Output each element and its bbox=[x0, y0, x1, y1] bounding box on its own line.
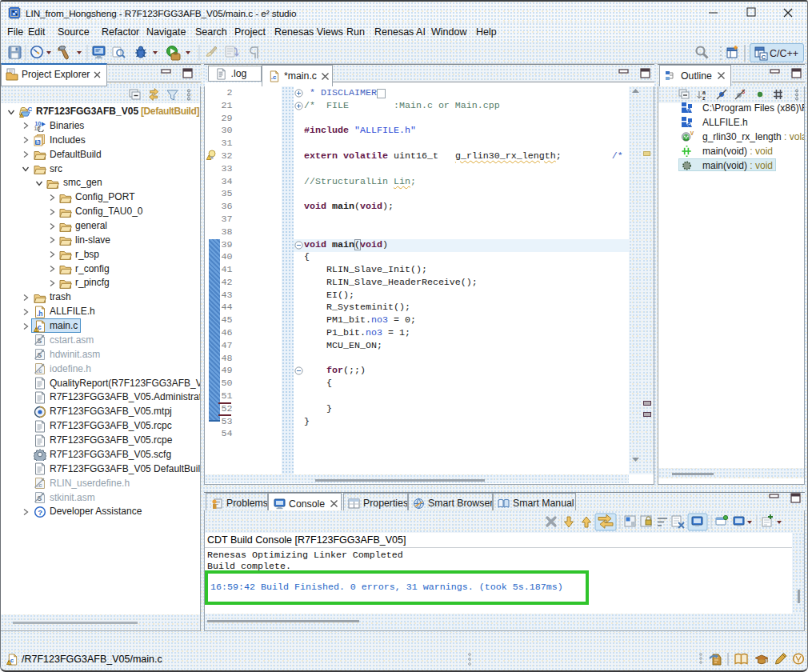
svg-text:C: C bbox=[761, 54, 766, 61]
svg-text:z: z bbox=[702, 95, 706, 101]
svg-text:a: a bbox=[702, 90, 706, 95]
